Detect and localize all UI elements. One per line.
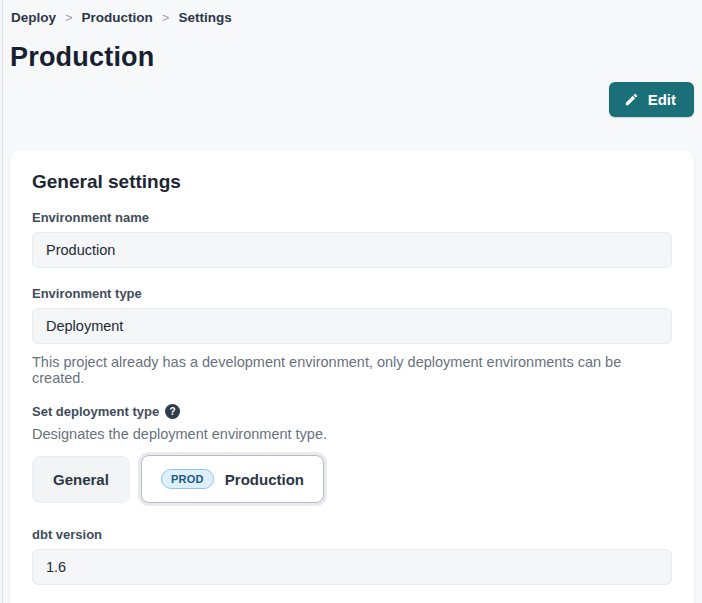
environment-name-field: Production [32,232,672,268]
production-option-label: Production [225,471,304,488]
edit-button-label: Edit [648,91,676,108]
breadcrumb-production[interactable]: Production [82,10,153,25]
environment-type-field: Deployment [32,308,672,344]
deployment-type-toggle: General PROD Production [32,455,672,503]
settings-page: Deploy > Production > Settings Productio… [0,0,702,603]
environment-type-value: Deployment [46,318,123,334]
deployment-type-option-production[interactable]: PROD Production [141,455,324,503]
breadcrumb-settings: Settings [178,10,231,25]
breadcrumb-separator-icon: > [162,10,170,25]
page-title: Production [10,42,694,73]
environment-name-value: Production [46,242,115,258]
prod-badge: PROD [161,469,214,489]
deployment-type-helper: Designates the deployment environment ty… [32,426,672,442]
deployment-type-label: Set deployment type ? [32,404,672,419]
dbt-version-label: dbt version [32,527,672,542]
environment-name-label: Environment name [32,210,672,225]
deployment-type-option-general[interactable]: General [32,456,130,503]
breadcrumb: Deploy > Production > Settings [10,10,694,25]
deployment-type-label-text: Set deployment type [32,404,159,419]
dbt-version-field: 1.6 [32,549,672,585]
pencil-icon [624,92,639,107]
page-actions: Edit [10,82,694,117]
card-title: General settings [32,171,672,193]
edit-button[interactable]: Edit [609,82,694,117]
dbt-version-value: 1.6 [46,559,66,575]
breadcrumb-separator-icon: > [65,10,73,25]
help-icon[interactable]: ? [165,404,180,419]
general-settings-card: General settings Environment name Produc… [10,150,694,603]
breadcrumb-deploy[interactable]: Deploy [11,10,56,25]
environment-type-helper: This project already has a development e… [32,354,672,386]
environment-type-label: Environment type [32,286,672,301]
